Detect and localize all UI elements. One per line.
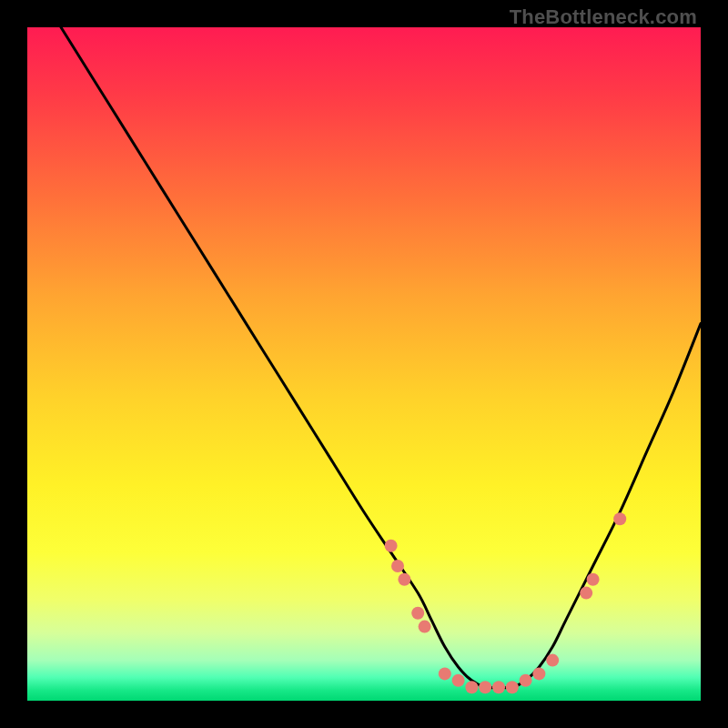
marker-point <box>391 560 404 572</box>
plot-area <box>27 27 701 701</box>
marker-point <box>613 512 626 525</box>
watermark-text: TheBottleneck.com <box>510 5 697 29</box>
marker-point <box>419 621 431 633</box>
highlight-markers <box>385 512 627 693</box>
marker-point <box>532 667 545 680</box>
chart-svg <box>27 27 701 701</box>
chart-frame <box>27 27 701 701</box>
marker-point <box>587 573 600 586</box>
bottleneck-curve <box>61 27 701 688</box>
marker-point <box>520 674 532 687</box>
marker-point <box>580 587 592 600</box>
marker-point <box>385 540 398 552</box>
marker-point <box>465 681 478 693</box>
marker-point <box>439 667 451 680</box>
marker-point <box>506 681 519 693</box>
marker-point <box>546 654 559 667</box>
marker-point <box>479 681 491 693</box>
marker-point <box>452 674 465 687</box>
marker-point <box>398 573 410 586</box>
marker-point <box>492 681 505 693</box>
marker-point <box>411 607 424 620</box>
